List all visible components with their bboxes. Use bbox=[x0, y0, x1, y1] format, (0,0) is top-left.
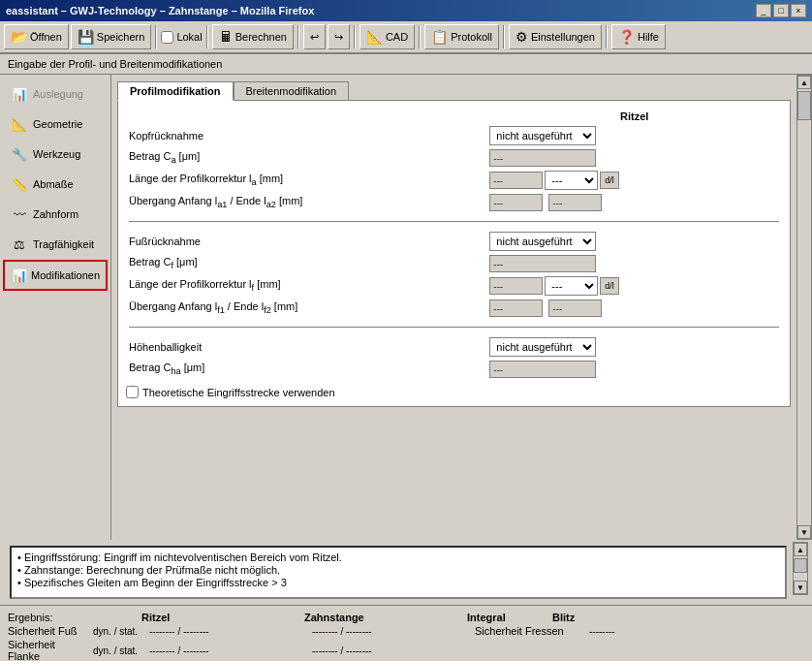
sidebar-item-auslegung[interactable]: 📊 Auslegung bbox=[3, 79, 108, 109]
col-integral: Integral bbox=[467, 612, 545, 623]
lange-lf-d-button[interactable]: d/l bbox=[600, 277, 619, 295]
ubergang-fuss-group bbox=[489, 299, 779, 317]
berechnen-button[interactable]: 🖩 Berechnen bbox=[212, 24, 294, 49]
tab-breitenmodifikation[interactable]: Breitenmodifikation bbox=[234, 81, 350, 101]
form-table: Ritzel Kopfrücknahme nicht ausgeführt bbox=[126, 109, 782, 380]
ubergang-anfang-group bbox=[489, 194, 779, 211]
theoretische-checkbox[interactable] bbox=[126, 386, 139, 398]
betrag-cf-label: Betrag Cf [μm] bbox=[126, 253, 486, 274]
sidebar-item-modifikationen[interactable]: 📊 Modifikationen bbox=[3, 260, 108, 291]
minimize-button[interactable]: _ bbox=[756, 4, 771, 17]
sidebar-item-zahnform[interactable]: 〰 Zahnform bbox=[3, 200, 108, 229]
zahnform-icon: 〰 bbox=[10, 205, 29, 224]
scroll-down-arrow[interactable]: ▼ bbox=[797, 525, 811, 539]
message-3: • Spezifisches Gleiten am Beginn der Ein… bbox=[17, 577, 779, 588]
sidebar-item-werkzeug[interactable]: 🔧 Werkzeug bbox=[3, 140, 108, 169]
table-row: Betrag Cf [μm] bbox=[126, 253, 782, 274]
results-area: Ergebnis: Ritzel Zahnstange Integral Bli… bbox=[0, 605, 812, 661]
betrag-ca-input[interactable] bbox=[489, 149, 596, 167]
protokoll-button[interactable]: 📋 Protokoll bbox=[424, 24, 499, 49]
window-controls: _ □ × bbox=[756, 4, 806, 17]
save-icon: 💾 bbox=[78, 29, 94, 45]
separator-5 bbox=[419, 25, 421, 48]
auslegung-icon: 📊 bbox=[10, 84, 29, 104]
msg-scroll-up[interactable]: ▲ bbox=[794, 543, 807, 556]
sicherheit-fressen-val: -------- bbox=[589, 626, 615, 637]
ubergang-fuss-input2[interactable] bbox=[548, 299, 602, 317]
messages-scrollbar[interactable]: ▲ ▼ bbox=[793, 542, 808, 595]
kopfrucknahme-select[interactable]: nicht ausgeführt bbox=[489, 126, 596, 145]
msg-scroll-thumb[interactable] bbox=[794, 558, 807, 573]
sidebar: 📊 Auslegung 📐 Geometrie 🔧 Werkzeug 📏 Abm… bbox=[0, 75, 111, 540]
msg-scroll-down[interactable]: ▼ bbox=[794, 581, 807, 594]
ubergang-anfang-input2[interactable] bbox=[548, 194, 602, 211]
kopfrucknahme-label: Kopfrücknahme bbox=[126, 124, 486, 147]
hohenballigkeit-select[interactable]: nicht ausgeführt bbox=[489, 337, 596, 357]
lange-la-label: Länge der Profilkorrektur la [mm] bbox=[126, 169, 486, 192]
sidebar-item-tragfahigkeit[interactable]: ⚖ Tragfähigkeit bbox=[3, 230, 108, 259]
results-row-2: Sicherheit Flanke dyn. / stat. -------- … bbox=[8, 639, 804, 661]
scroll-thumb[interactable] bbox=[797, 91, 811, 120]
hilfe-button[interactable]: ❓ Hilfe bbox=[611, 24, 666, 49]
theoretische-label: Theoretische Eingriffsstrecke verwenden bbox=[142, 387, 335, 398]
sidebar-label-auslegung: Auslegung bbox=[33, 88, 83, 100]
checkbox-row: Theoretische Eingriffsstrecke verwenden bbox=[126, 386, 782, 398]
column-header-ritzel: Ritzel bbox=[486, 109, 782, 124]
scrollbar-vertical[interactable]: ▲ ▼ bbox=[796, 75, 812, 540]
sicherheit-fuss-ritzel: -------- / -------- bbox=[149, 626, 304, 637]
protokoll-icon: 📋 bbox=[431, 29, 448, 45]
col-zahnstange: Zahnstange bbox=[304, 612, 459, 623]
hohenballigkeit-group: nicht ausgeführt bbox=[489, 337, 779, 357]
tab-profilmodifikation[interactable]: Profilmodifikation bbox=[117, 81, 234, 101]
lokal-checkbox[interactable] bbox=[161, 31, 173, 44]
betrag-cf-input[interactable] bbox=[489, 255, 596, 272]
content-area: Profilmodifikation Breitenmodifikation R… bbox=[111, 75, 796, 540]
speichern-button[interactable]: 💾 Speichern bbox=[71, 24, 152, 49]
lange-lf-select[interactable]: --- bbox=[545, 276, 598, 296]
lange-lf-input1[interactable] bbox=[489, 277, 543, 295]
help-icon: ❓ bbox=[618, 29, 635, 45]
table-row: Länge der Profilkorrektur lf [mm] --- d/… bbox=[126, 274, 782, 298]
toolbar: 📂 Öffnen 💾 Speichern Lokal 🖩 Berechnen ↩… bbox=[0, 21, 812, 54]
fussrucknahme-select[interactable]: nicht ausgeführt bbox=[489, 232, 596, 251]
table-row: Fußrücknahme nicht ausgeführt bbox=[126, 230, 782, 253]
lange-la-select[interactable]: --- bbox=[545, 171, 598, 190]
sidebar-item-geometrie[interactable]: 📐 Geometrie bbox=[3, 110, 108, 139]
separator-4 bbox=[354, 25, 356, 48]
berechnen-label: Berechnen bbox=[235, 31, 287, 43]
ubergang-anfang-input1[interactable] bbox=[489, 194, 543, 211]
table-row: Länge der Profilkorrektur la [mm] --- d/… bbox=[126, 169, 782, 192]
lange-la-group: --- d/l bbox=[489, 171, 779, 190]
separator-7 bbox=[606, 25, 608, 48]
results-row-1: Sicherheit Fuß dyn. / stat. -------- / -… bbox=[8, 625, 804, 637]
lange-lf-label: Länge der Profilkorrektur lf [mm] bbox=[126, 274, 486, 298]
sidebar-item-abmasse[interactable]: 📏 Abmaße bbox=[3, 170, 108, 199]
sidebar-label-abmasse: Abmaße bbox=[33, 178, 74, 190]
lange-la-input1[interactable] bbox=[489, 172, 543, 189]
close-button[interactable]: × bbox=[791, 4, 806, 17]
sicherheit-fressen-label: Sicherheit Fressen bbox=[475, 625, 581, 637]
title-bar: eassistant – GWJ-Technology – Zahnstange… bbox=[0, 0, 812, 21]
undo-button[interactable]: ↩ bbox=[303, 24, 326, 49]
table-row: Betrag Cha [μm] bbox=[126, 359, 782, 380]
scroll-up-arrow[interactable]: ▲ bbox=[797, 76, 811, 89]
separator-2 bbox=[206, 25, 208, 48]
undo-icon: ↩ bbox=[310, 31, 319, 44]
tab-bar: Profilmodifikation Breitenmodifikation bbox=[117, 80, 791, 100]
betrag-cha-input[interactable] bbox=[489, 361, 596, 378]
geometrie-icon: 📐 bbox=[10, 114, 29, 134]
sicherheit-flanke-label: Sicherheit Flanke bbox=[8, 639, 85, 661]
messages-area: • Eingriffsstörung: Eingriff im nichtevo… bbox=[10, 546, 787, 599]
maximize-button[interactable]: □ bbox=[773, 4, 789, 17]
lokal-checkbox-label[interactable]: Lokal bbox=[161, 31, 202, 44]
ubergang-fuss-input1[interactable] bbox=[489, 299, 543, 317]
redo-button[interactable]: ↪ bbox=[328, 24, 350, 49]
oeffnen-button[interactable]: 📂 Öffnen bbox=[4, 24, 69, 49]
einstellungen-label: Einstellungen bbox=[531, 31, 595, 43]
lange-la-d-button[interactable]: d/l bbox=[600, 172, 619, 189]
redo-icon: ↪ bbox=[334, 31, 343, 44]
einstellungen-button[interactable]: ⚙ Einstellungen bbox=[509, 24, 602, 49]
hilfe-label: Hilfe bbox=[638, 31, 659, 43]
protokoll-label: Protokoll bbox=[451, 31, 492, 43]
cad-button[interactable]: 📐 CAD bbox=[359, 24, 415, 49]
